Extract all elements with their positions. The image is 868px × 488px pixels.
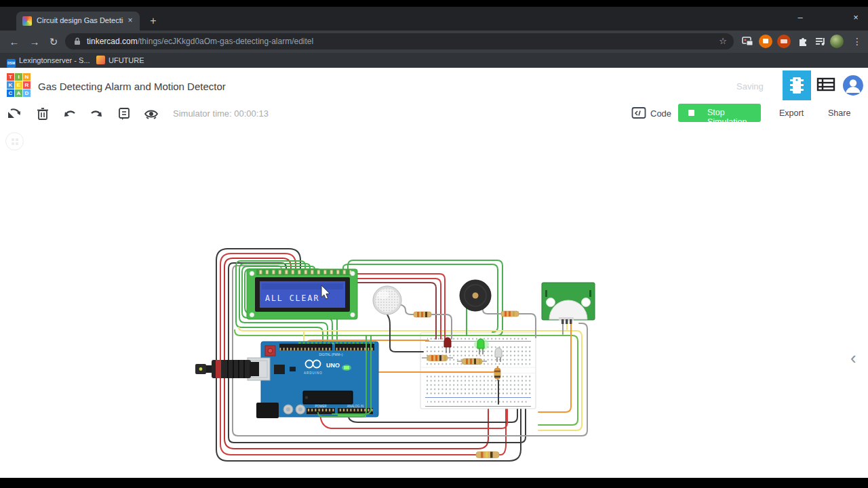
tab-strip: Circuit design Gas Detecting Alar × + – … [0, 7, 868, 30]
wire-sensor-black[interactable] [387, 314, 423, 352]
resistor[interactable] [476, 452, 499, 458]
pir-motion-sensor[interactable] [542, 283, 595, 324]
circuit-canvas[interactable]: ‹ [0, 125, 868, 478]
tab-close-icon[interactable]: × [125, 16, 135, 25]
arduino-power-label: POWER [315, 405, 327, 408]
browser-toolbar: ← → ↻ tinkercad.com/things/ecJKkgd0aOm-g… [0, 30, 868, 53]
arduino-uno-label: UNO [326, 362, 340, 369]
gas-sensor[interactable] [373, 286, 401, 314]
code-label: Code [650, 108, 671, 119]
bookmark-label: UFUTURE [108, 56, 144, 64]
back-button[interactable]: ← [5, 33, 23, 51]
lcd-display[interactable]: ALL CLEAR [247, 269, 357, 319]
resistor-vertical[interactable] [494, 366, 500, 381]
power-plug[interactable] [195, 360, 259, 378]
circuit-view-button[interactable] [783, 70, 811, 100]
undo-button[interactable] [62, 106, 78, 122]
wire-red-outer2[interactable] [499, 409, 506, 455]
wire-sensor-resistor-lead[interactable] [401, 305, 415, 314]
notes-tool-button[interactable] [116, 106, 132, 122]
url-path: /things/ecJKkgd0aOm-gas-detecting-alarm/… [138, 37, 313, 46]
browser-menu-icon[interactable]: ⋮ [852, 34, 863, 49]
dsm-bookmark-icon: DSM [7, 59, 16, 68]
fit-icon [12, 138, 18, 145]
simulator-time: Simulator time: 00:00:13 [173, 108, 269, 119]
code-icon [631, 106, 646, 120]
extension-icon-orange[interactable] [759, 35, 772, 48]
chip-icon [783, 70, 811, 100]
stop-icon [688, 110, 694, 116]
share-button[interactable]: Share [828, 108, 850, 118]
screen: Circuit design Gas Detecting Alar × + – … [0, 0, 868, 488]
browser-tab[interactable]: Circuit design Gas Detecting Alar × [16, 12, 140, 30]
bookmark-label: Lexingtonserver - S... [19, 56, 90, 64]
tab-favicon-icon [22, 16, 32, 26]
window-maximize-button[interactable] [814, 8, 841, 27]
bookmark-item[interactable]: DSMLexingtonserver - S... [7, 54, 90, 66]
lock-icon [74, 37, 81, 45]
redo-button[interactable] [88, 106, 104, 122]
extensions-puzzle-icon[interactable] [795, 34, 810, 49]
extension-icon-red[interactable] [777, 35, 791, 48]
rotate-tool-button[interactable] [6, 106, 22, 122]
window-close-button[interactable]: × [842, 8, 868, 27]
url-text: tinkercad.com/things/ecJKkgd0aOm-gas-det… [87, 37, 313, 46]
code-button[interactable]: Code [631, 106, 646, 121]
lcd-text: ALL CLEAR [265, 293, 319, 303]
url-domain: tinkercad.com [87, 37, 138, 46]
bookmarks-bar: DSMLexingtonserver - S... UFUTURE [0, 53, 868, 68]
circuit-drawing: ALL CLEAR DIGITAL (PWM~) [190, 241, 651, 478]
new-tab-button[interactable]: + [145, 14, 161, 28]
url-bar[interactable]: tinkercad.com/things/ecJKkgd0aOm-gas-det… [65, 33, 734, 49]
arduino-brand-label: ARDUINO [304, 371, 323, 375]
arduino-analog-label: ANALOG IN [347, 405, 364, 408]
tinkercad-logo[interactable]: T I N K E R C A D [7, 73, 31, 98]
letterbox-bottom [0, 478, 868, 488]
pip-extension-icon[interactable] [741, 34, 755, 49]
forward-button[interactable]: → [26, 33, 43, 51]
stop-label: Stop Simulation [707, 108, 761, 127]
extension-glyph [763, 39, 768, 43]
piezo-buzzer[interactable] [460, 280, 491, 311]
browser-chrome: Circuit design Gas Detecting Alar × + – … [0, 7, 868, 68]
resistor[interactable] [414, 312, 431, 317]
reload-button[interactable]: ↻ [45, 33, 62, 51]
arduino-digital-label: DIGITAL (PWM~) [319, 353, 343, 357]
delete-tool-button[interactable] [35, 106, 51, 122]
tinkercad-app: T I N K E R C A D Gas Detecting Alarm an… [0, 68, 868, 478]
playlist-icon[interactable] [813, 34, 828, 49]
resistor[interactable] [501, 311, 519, 317]
stop-simulation-button[interactable]: Stop Simulation [678, 104, 761, 122]
tab-title: Circuit design Gas Detecting Alar [37, 16, 123, 24]
zoom-to-fit-button[interactable] [5, 132, 24, 150]
export-button[interactable]: Export [779, 108, 804, 118]
window-minimize-button[interactable]: – [787, 8, 814, 27]
wire-orange-pir[interactable] [538, 323, 571, 412]
letterbox-top [0, 0, 868, 7]
extension-glyph [781, 39, 787, 43]
arduino-uno[interactable]: DIGITAL (PWM~) UNO ARDUINO [248, 341, 378, 418]
user-avatar[interactable] [843, 75, 863, 96]
design-title[interactable]: Gas Detecting Alarm and Motion Detector [38, 81, 226, 92]
visibility-tool-button[interactable] [143, 106, 159, 122]
components-panel-chevron-icon[interactable]: ‹ [850, 348, 856, 369]
bookmark-item[interactable]: UFUTURE [96, 54, 144, 66]
saving-status: Saving [736, 81, 764, 92]
bookmark-star-icon[interactable]: ☆ [719, 36, 727, 46]
browser-profile-avatar[interactable] [830, 35, 844, 48]
ufuture-bookmark-icon [96, 56, 105, 64]
component-list-button[interactable] [816, 77, 835, 93]
